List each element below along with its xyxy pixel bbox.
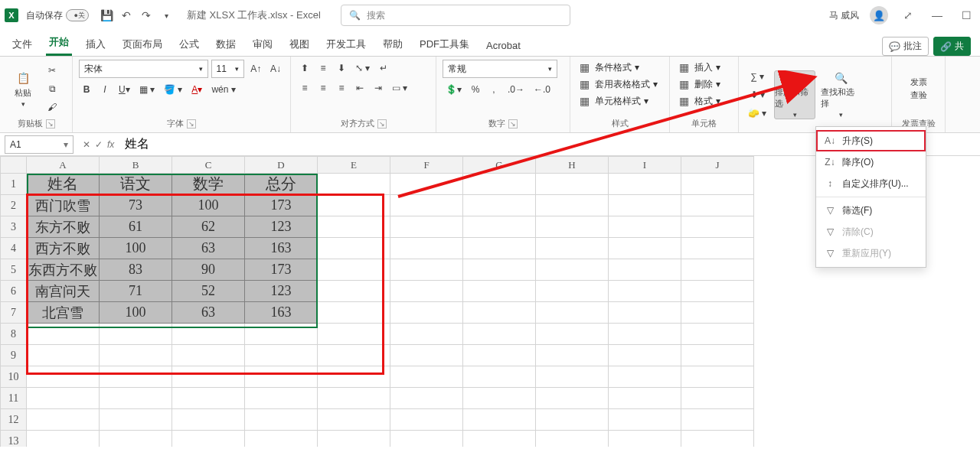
row-header-3[interactable]: 3: [1, 216, 27, 238]
row-header-2[interactable]: 2: [1, 195, 27, 216]
tab-file[interactable]: 文件: [9, 33, 35, 56]
cell-C5[interactable]: 90: [172, 259, 245, 281]
cell-styles-button[interactable]: ▦单元格样式 ▾: [577, 93, 648, 109]
align-right-icon[interactable]: ≡: [334, 80, 349, 96]
undo-icon[interactable]: ↶: [119, 8, 133, 22]
autosave-toggle[interactable]: 自动保存 ● 关: [26, 9, 89, 22]
col-header-J[interactable]: J: [681, 157, 754, 174]
share-button[interactable]: 🔗 共: [933, 37, 971, 56]
tab-home[interactable]: 开始: [46, 31, 72, 56]
increase-font-icon[interactable]: A↑: [247, 60, 264, 77]
ribbon-mode-icon[interactable]: ⤢: [899, 9, 917, 21]
user-avatar-icon[interactable]: 👤: [870, 6, 888, 24]
insert-cells-button[interactable]: ▦插入 ▾: [676, 60, 720, 75]
cell-A5[interactable]: 东西方不败: [27, 259, 100, 281]
row-header-10[interactable]: 10: [1, 366, 27, 388]
format-cells-button[interactable]: ▦格式 ▾: [676, 93, 720, 109]
conditional-format-button[interactable]: ▦条件格式 ▾: [577, 60, 639, 75]
clear-icon[interactable]: 🧽 ▾: [745, 105, 769, 122]
cell-C6[interactable]: 52: [172, 281, 245, 302]
cell-D5[interactable]: 173: [245, 259, 318, 281]
wrap-text-icon[interactable]: ↵: [376, 60, 391, 76]
align-left-icon[interactable]: ≡: [297, 80, 312, 96]
cell-C2[interactable]: 100: [172, 195, 245, 216]
number-format-combo[interactable]: 常规▾: [443, 60, 557, 78]
cell-D2[interactable]: 173: [245, 195, 318, 216]
decrease-font-icon[interactable]: A↓: [267, 60, 284, 77]
font-launcher[interactable]: ↘: [187, 119, 196, 129]
border-button[interactable]: ▦ ▾: [136, 81, 158, 98]
row-header-4[interactable]: 4: [1, 238, 27, 259]
cell-B6[interactable]: 71: [100, 281, 172, 302]
cell-C4[interactable]: 63: [172, 238, 245, 259]
cell-B7[interactable]: 100: [100, 302, 172, 324]
redo-icon[interactable]: ↷: [139, 8, 153, 22]
delete-cells-button[interactable]: ▦删除 ▾: [676, 76, 720, 92]
decrease-indent-icon[interactable]: ⇤: [352, 80, 368, 96]
search-box[interactable]: 🔍 搜索: [341, 5, 570, 26]
copy-icon[interactable]: ⧉: [44, 80, 60, 97]
cell-D4[interactable]: 163: [245, 238, 318, 259]
tab-insert[interactable]: 插入: [83, 33, 109, 56]
merge-cells-icon[interactable]: ▭ ▾: [389, 80, 410, 96]
col-header-G[interactable]: G: [463, 157, 536, 174]
tab-acrobat[interactable]: Acrobat: [483, 35, 524, 56]
increase-decimal-icon[interactable]: .0→: [505, 81, 528, 98]
tab-review[interactable]: 审阅: [250, 33, 276, 56]
font-color-button[interactable]: A ▾: [188, 81, 205, 98]
align-center-icon[interactable]: ≡: [315, 80, 331, 96]
col-header-F[interactable]: F: [390, 157, 463, 174]
insert-function-icon[interactable]: fx: [107, 139, 114, 150]
maximize-icon[interactable]: ☐: [957, 9, 975, 21]
row-header-1[interactable]: 1: [1, 174, 27, 195]
paste-button[interactable]: 📋 粘贴 ▾: [6, 64, 40, 113]
italic-button[interactable]: I: [97, 81, 113, 98]
fill-color-button[interactable]: 🪣 ▾: [161, 81, 185, 98]
find-select-button[interactable]: 🔍 查找和选择 ▾: [820, 70, 861, 119]
cell-D7[interactable]: 163: [245, 302, 318, 324]
cell-C1[interactable]: 数学: [172, 174, 245, 195]
filter-item[interactable]: ▽筛选(F): [816, 200, 926, 221]
col-header-D[interactable]: D: [245, 157, 318, 174]
decrease-decimal-icon[interactable]: ←.0: [531, 81, 554, 98]
clipboard-launcher[interactable]: ↘: [46, 119, 55, 129]
row-header-12[interactable]: 12: [1, 409, 27, 431]
increase-indent-icon[interactable]: ⇥: [371, 80, 386, 96]
format-as-table-button[interactable]: ▦套用表格格式 ▾: [577, 76, 658, 92]
comments-button[interactable]: 💬 批注: [882, 37, 929, 56]
cell-A6[interactable]: 南宫问天: [27, 281, 100, 302]
sort-descending-item[interactable]: Z↓降序(O): [816, 151, 926, 173]
col-header-E[interactable]: E: [318, 157, 390, 174]
font-name-combo[interactable]: 宋体▾: [79, 60, 208, 78]
tab-layout[interactable]: 页面布局: [119, 33, 165, 56]
orientation-icon[interactable]: ⤡ ▾: [352, 60, 373, 76]
col-header-I[interactable]: I: [609, 157, 681, 174]
col-header-A[interactable]: A: [27, 157, 100, 174]
cell-D1[interactable]: 总分: [245, 174, 318, 195]
row-header-9[interactable]: 9: [1, 345, 27, 366]
autosum-icon[interactable]: ∑ ▾: [745, 68, 769, 85]
row-header-7[interactable]: 7: [1, 302, 27, 324]
cancel-formula-icon[interactable]: ✕: [83, 139, 90, 150]
cell-E1[interactable]: [318, 174, 390, 195]
cell-A7[interactable]: 北宫雪: [27, 302, 100, 324]
accept-formula-icon[interactable]: ✓: [95, 139, 103, 150]
cell-A2[interactable]: 西门吹雪: [27, 195, 100, 216]
select-all-corner[interactable]: [1, 157, 27, 174]
qat-dropdown-icon[interactable]: ▾: [159, 8, 173, 22]
cell-A4[interactable]: 西方不败: [27, 238, 100, 259]
cell-A3[interactable]: 东方不败: [27, 216, 100, 238]
cell-D6[interactable]: 123: [245, 281, 318, 302]
col-header-C[interactable]: C: [172, 157, 245, 174]
fill-icon[interactable]: ⬇ ▾: [745, 86, 769, 103]
comma-icon[interactable]: ,: [486, 81, 501, 98]
cell-C3[interactable]: 62: [172, 216, 245, 238]
phonetic-button[interactable]: wén ▾: [208, 81, 238, 98]
tab-help[interactable]: 帮助: [380, 33, 406, 56]
save-icon[interactable]: 💾: [100, 8, 113, 22]
font-size-combo[interactable]: 11▾: [211, 60, 245, 78]
custom-sort-item[interactable]: ↕自定义排序(U)...: [816, 173, 926, 194]
align-middle-icon[interactable]: ≡: [315, 60, 331, 76]
row-header-11[interactable]: 11: [1, 388, 27, 409]
cell-B5[interactable]: 83: [100, 259, 172, 281]
